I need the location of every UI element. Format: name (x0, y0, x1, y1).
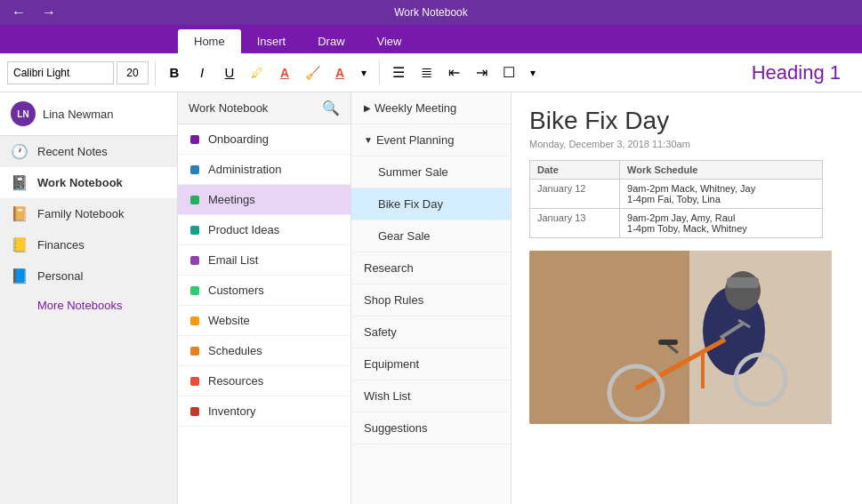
numbered-list-button[interactable]: ≣ (414, 60, 439, 85)
section-color-admin (190, 165, 199, 174)
sidebar-label-recent: Recent Notes (37, 145, 108, 158)
page-event-planning[interactable]: ▼ Event Planning (351, 124, 511, 156)
page-suggestions[interactable]: Suggestions (351, 412, 511, 444)
section-meetings[interactable]: Meetings (178, 185, 350, 215)
section-administration[interactable]: Administration (178, 155, 350, 185)
font-color-button[interactable]: A (272, 60, 297, 85)
window-title: Work Notebook (394, 6, 467, 19)
recent-icon: 🕐 (11, 143, 28, 160)
font-name-input[interactable] (7, 61, 114, 84)
more-notebooks-link[interactable]: More Notebooks (0, 292, 177, 319)
sidebar-item-recent[interactable]: 🕐 Recent Notes (0, 136, 177, 167)
page-title: Bike Fix Day (529, 107, 844, 135)
section-color-onboarding (190, 135, 199, 144)
list-more-dropdown[interactable]: ▾ (524, 60, 542, 85)
page-metadata: Monday, December 3, 2018 11:30am (529, 139, 844, 149)
svg-point-3 (725, 271, 761, 310)
section-customers[interactable]: Customers (178, 276, 350, 306)
tab-insert[interactable]: Insert (241, 29, 302, 53)
tab-view[interactable]: View (361, 29, 418, 53)
family-icon: 📔 (11, 205, 28, 222)
sections-title: Work Notebook (189, 101, 322, 115)
user-profile[interactable]: LN Lina Newman (0, 92, 177, 136)
svg-rect-15 (658, 340, 678, 345)
section-email-list[interactable]: Email List (178, 245, 350, 276)
heading-label: Heading 1 (752, 61, 855, 84)
sidebar-label-work: Work Notebook (37, 176, 123, 189)
expand-arrow-event: ▼ (364, 135, 373, 145)
page-shop-rules[interactable]: Shop Rules (351, 284, 511, 316)
sidebar-label-family: Family Notebook (37, 207, 125, 220)
section-onboarding[interactable]: Onboarding (178, 124, 350, 155)
highlight-button[interactable]: 🖊 (245, 60, 270, 85)
bullet-list-button[interactable]: ☰ (386, 60, 411, 85)
tab-home[interactable]: Home (178, 29, 241, 53)
schedule-table: Date Work Schedule January 12 9am-2pm Ma… (529, 160, 823, 238)
section-resources[interactable]: Resources (178, 366, 350, 396)
back-arrow[interactable]: ← (7, 3, 30, 22)
sidebar-label-finances: Finances (37, 238, 85, 252)
indent-decrease-button[interactable]: ⇤ (441, 60, 466, 85)
avatar: LN (11, 101, 36, 126)
page-bike-fix-day[interactable]: Bike Fix Day (351, 188, 511, 220)
table-row: January 12 9am-2pm Mack, Whitney, Jay 1-… (530, 180, 823, 209)
section-product-ideas[interactable]: Product Ideas (178, 215, 350, 245)
italic-button[interactable]: I (189, 60, 214, 85)
section-color-resources (190, 377, 199, 386)
section-color-schedules (190, 347, 199, 356)
sidebar-item-finances[interactable]: 📒 Finances (0, 229, 177, 260)
checkbox-button[interactable]: ☐ (496, 60, 521, 85)
text-bg-button[interactable]: A (327, 60, 352, 85)
table-header-date: Date (530, 161, 620, 180)
bold-button[interactable]: B (162, 60, 187, 85)
section-color-website (190, 316, 199, 325)
search-icon[interactable]: 🔍 (322, 100, 340, 116)
username: Lina Newman (43, 108, 114, 121)
indent-increase-button[interactable]: ⇥ (469, 60, 494, 85)
page-weekly-meeting[interactable]: ▶ Weekly Meeting (351, 92, 511, 124)
section-color-email (190, 256, 199, 265)
section-schedules[interactable]: Schedules (178, 336, 350, 366)
section-color-customers (190, 286, 199, 295)
page-research[interactable]: Research (351, 252, 511, 284)
expand-arrow-weekly: ▶ (364, 103, 371, 113)
work-icon: 📓 (11, 174, 28, 191)
format-dropdown[interactable]: ▾ (355, 60, 373, 85)
page-wish-list[interactable]: Wish List (351, 380, 511, 412)
finances-icon: 📒 (11, 236, 28, 253)
underline-button[interactable]: U (217, 60, 242, 85)
section-inventory[interactable]: Inventory (178, 396, 350, 427)
section-color-meetings (190, 196, 199, 204)
sidebar-item-work[interactable]: 📓 Work Notebook (0, 167, 177, 198)
page-image (529, 251, 832, 424)
page-safety[interactable]: Safety (351, 316, 511, 348)
personal-icon: 📘 (11, 268, 28, 284)
section-website[interactable]: Website (178, 306, 350, 336)
forward-arrow[interactable]: → (37, 3, 60, 22)
font-size-input[interactable] (117, 61, 149, 84)
eraser-button[interactable]: 🧹 (300, 60, 325, 85)
tab-draw[interactable]: Draw (302, 29, 360, 53)
table-row: January 13 9am-2pm Jay, Amy, Raul 1-4pm … (530, 209, 823, 238)
section-color-product (190, 226, 199, 235)
section-color-inventory (190, 407, 199, 416)
page-gear-sale[interactable]: Gear Sale (351, 220, 511, 252)
table-header-schedule: Work Schedule (620, 161, 823, 180)
sidebar-item-family[interactable]: 📔 Family Notebook (0, 198, 177, 229)
sidebar-label-personal: Personal (37, 269, 83, 283)
sidebar-item-personal[interactable]: 📘 Personal (0, 260, 177, 292)
svg-rect-4 (727, 277, 759, 288)
page-equipment[interactable]: Equipment (351, 348, 511, 380)
page-summer-sale[interactable]: Summer Sale (351, 156, 511, 188)
